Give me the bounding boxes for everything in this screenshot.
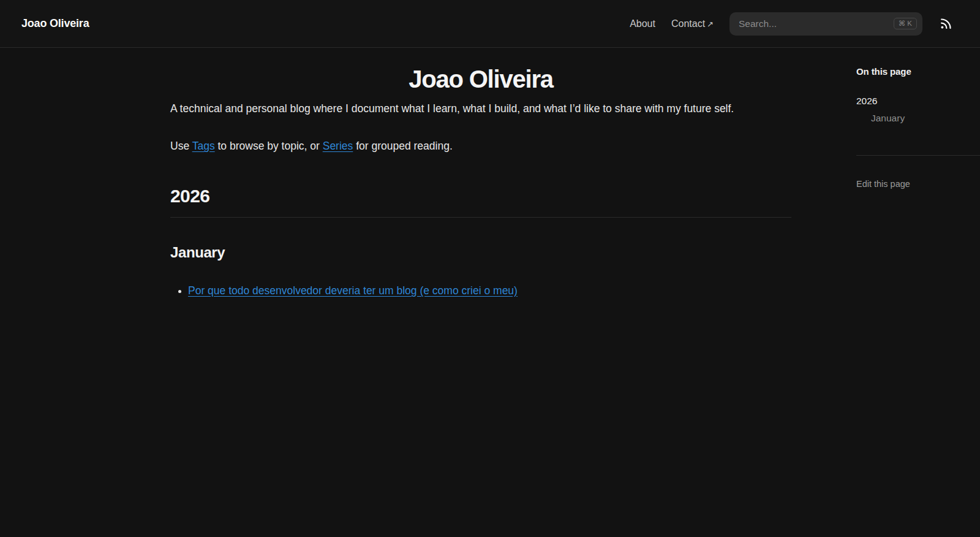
browse-text-2: to browse by topic, or <box>215 140 323 152</box>
search-box[interactable]: ⌘ K <box>729 12 922 36</box>
external-link-icon: ↗ <box>707 20 714 29</box>
page-body: Joao Oliveira A technical and personal b… <box>0 48 980 300</box>
page-title: Joao Oliveira <box>170 65 791 93</box>
navbar: Joao Oliveira About Contact↗ ⌘ K <box>0 0 980 48</box>
toc-item-january[interactable]: January <box>856 110 962 127</box>
toc-list: 2026 January <box>856 93 962 127</box>
nav-link-about[interactable]: About <box>630 18 655 29</box>
post-list: Por que todo desenvolvedor deveria ter u… <box>170 281 791 300</box>
rss-link[interactable] <box>939 17 952 31</box>
rss-icon <box>939 17 952 31</box>
browse-text-1: Use <box>170 140 192 152</box>
browse-paragraph: Use Tags to browse by topic, or Series f… <box>170 135 791 156</box>
post-list-item: Por que todo desenvolvedor deveria ter u… <box>188 281 791 300</box>
navbar-right: About Contact↗ ⌘ K <box>630 12 952 36</box>
browse-text-3: for grouped reading. <box>353 140 452 152</box>
year-heading: 2026 <box>170 185 791 218</box>
nav-link-contact-label: Contact <box>671 18 705 29</box>
nav-link-contact[interactable]: Contact↗ <box>671 18 714 29</box>
toc-sidebar: On this page 2026 January Edit this page <box>856 48 980 300</box>
series-link[interactable]: Series <box>323 140 353 152</box>
main-content: Joao Oliveira A technical and personal b… <box>170 48 791 300</box>
toc-title: On this page <box>856 66 962 77</box>
toc-divider <box>856 155 980 156</box>
toc-item-2026[interactable]: 2026 <box>856 93 962 110</box>
tags-link[interactable]: Tags <box>192 140 215 152</box>
search-shortcut-kbd: ⌘ K <box>894 18 917 30</box>
intro-paragraph: A technical and personal blog where I do… <box>170 98 791 119</box>
left-gutter <box>0 48 170 300</box>
search-input[interactable] <box>739 18 894 29</box>
edit-this-page-link[interactable]: Edit this page <box>856 179 910 189</box>
site-logo[interactable]: Joao Oliveira <box>21 17 89 30</box>
month-heading: January <box>170 243 791 262</box>
post-link[interactable]: Por que todo desenvolvedor deveria ter u… <box>188 284 518 297</box>
